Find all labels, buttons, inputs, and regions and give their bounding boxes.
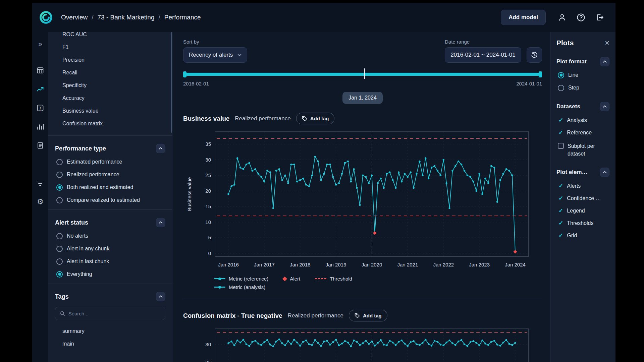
svg-text:Jan 2019: Jan 2019 <box>326 262 346 267</box>
report-icon[interactable] <box>34 139 46 152</box>
settings-gear-icon[interactable]: ⚙ <box>34 196 46 208</box>
svg-text:Jan 2023: Jan 2023 <box>469 262 490 267</box>
breadcrumb-performance: Performance <box>164 14 201 21</box>
section-title: Confusion matrix - True negative <box>183 312 282 319</box>
metric-item-business-value[interactable]: Business value <box>62 105 165 117</box>
dashed-line-icon <box>315 278 326 279</box>
slider-handle-end[interactable] <box>539 71 542 77</box>
collapse-alert-status-button[interactable] <box>156 218 165 227</box>
filter-icon[interactable] <box>34 178 46 190</box>
check-analysis[interactable]: ✓ Analysis <box>556 117 609 124</box>
radio-step-format[interactable]: Step <box>556 84 609 92</box>
slider-handle-start[interactable] <box>183 71 186 77</box>
plot-elements-section: Plot elements ✓ Alerts ✓ Confidence band… <box>556 168 609 239</box>
radio-realized-performance[interactable]: Realized performance <box>55 171 165 179</box>
radio-no-alerts[interactable]: No alerts <box>55 232 165 240</box>
svg-text:25: 25 <box>205 359 211 362</box>
alert-status-title: Alert status <box>55 219 88 226</box>
performance-chart-icon[interactable] <box>34 83 46 95</box>
check-legend[interactable]: ✓ Legend <box>556 207 609 214</box>
table-icon[interactable] <box>34 64 46 76</box>
user-account-icon[interactable] <box>555 10 569 24</box>
radio-label: Both realized and estimated <box>67 184 133 190</box>
date-range-input[interactable]: 2016-02-01 ~ 2024-01-01 <box>445 47 521 63</box>
metric-analysis-series[interactable] <box>371 339 516 347</box>
sidebar-scrollbar[interactable] <box>171 32 172 133</box>
radio-everything[interactable]: Everything <box>55 270 165 278</box>
tag-search-input[interactable] <box>68 311 160 316</box>
check-confidence-bands[interactable]: ✓ Confidence bands <box>556 195 609 202</box>
radio-both-realized-estimated[interactable]: Both realized and estimated <box>55 183 165 191</box>
radio-label: Alert in last chunk <box>67 258 109 264</box>
check-reference[interactable]: ✓ Reference <box>556 129 609 136</box>
radio-label: Compare realized to estimated <box>67 197 140 203</box>
app-logo-icon[interactable] <box>38 10 54 25</box>
checkbox-label: Subplot per dataset <box>568 142 605 158</box>
radio-circle <box>558 85 564 91</box>
date-range-slider[interactable] <box>183 71 542 77</box>
chevron-down-icon <box>237 54 241 56</box>
slider-position-marker[interactable] <box>364 68 365 79</box>
confusion-matrix-chart[interactable]: 051015202530Jan 2016Jan 2017Jan 2018Jan … <box>183 324 539 362</box>
radio-compare-realized-estimated[interactable]: Compare realized to estimated <box>55 196 165 204</box>
metric-item-roc-auc[interactable]: ROC AUC <box>62 32 165 41</box>
legend-metric-reference[interactable]: Metric (reference) <box>214 276 268 282</box>
expand-sidebar-icon[interactable]: » <box>34 38 46 50</box>
section-subtitle: Realized performance <box>288 312 343 319</box>
metric-item-specificity[interactable]: Specificity <box>62 79 165 92</box>
line-marker-icon <box>214 287 225 288</box>
plots-settings-panel: Plots × Plot format Line Step <box>550 32 615 362</box>
check-alerts[interactable]: ✓ Alerts <box>556 182 609 189</box>
breadcrumb-model[interactable]: 73 - Bank Marketing <box>97 14 154 21</box>
date-range-value: 2016-02-01 ~ 2024-01-01 <box>450 52 515 58</box>
add-model-button[interactable]: Add model <box>501 10 546 25</box>
radio-circle <box>56 271 63 278</box>
business-value-chart[interactable]: 05101520253035Jan 2016Jan 2017Jan 2018Ja… <box>183 127 539 273</box>
checkbox-subplot-per-dataset[interactable]: Subplot per dataset <box>556 142 609 158</box>
metric-item-precision[interactable]: Precision <box>62 54 165 66</box>
section-subtitle: Realized performance <box>235 115 290 122</box>
radio-estimated-performance[interactable]: Estimated performance <box>55 158 165 166</box>
function-icon[interactable]: f <box>34 102 46 114</box>
collapse-datasets-button[interactable] <box>600 102 609 111</box>
datasets-title: Datasets <box>556 103 580 110</box>
tag-search-box[interactable] <box>55 307 165 320</box>
add-tag-label: Add tag <box>363 313 382 318</box>
slider-track[interactable] <box>183 73 542 76</box>
collapse-performance-type-button[interactable] <box>156 144 165 153</box>
check-thresholds[interactable]: ✓ Thresholds <box>556 220 609 227</box>
metric-item-confusion-matrix[interactable]: Confusion matrix <box>62 117 165 130</box>
metric-item-accuracy[interactable]: Accuracy <box>62 92 165 105</box>
collapse-plot-format-button[interactable] <box>600 57 609 66</box>
sort-by-select[interactable]: Recency of alerts <box>183 47 247 63</box>
breadcrumb-overview[interactable]: Overview <box>61 14 88 21</box>
tag-item-main[interactable]: main <box>62 338 165 350</box>
collapse-tags-button[interactable] <box>156 292 165 301</box>
reset-date-range-icon[interactable] <box>527 47 542 63</box>
metric-reference-series[interactable] <box>227 339 373 347</box>
datasets-section: Datasets ✓ Analysis ✓ Reference Subplot … <box>556 102 609 158</box>
collapse-plot-elements-button[interactable] <box>600 168 609 177</box>
radio-line-format[interactable]: Line <box>556 71 609 79</box>
legend-metric-analysis[interactable]: Metric (analysis) <box>214 284 265 290</box>
metric-reference-series[interactable] <box>227 156 373 209</box>
add-tag-button[interactable]: Add tag <box>349 310 387 321</box>
legend-alert[interactable]: Alert <box>283 276 300 282</box>
radio-circle <box>558 72 564 78</box>
svg-text:35: 35 <box>205 141 211 147</box>
tags-section: Tags summary main <box>48 287 172 352</box>
radio-alert-last-chunk[interactable]: Alert in last chunk <box>55 257 165 265</box>
bar-chart-icon[interactable] <box>34 121 46 133</box>
legend-threshold[interactable]: Threshold <box>315 276 352 282</box>
add-tag-button[interactable]: Add tag <box>296 113 335 124</box>
metric-item-recall[interactable]: Recall <box>62 66 165 79</box>
close-icon[interactable]: × <box>605 39 609 47</box>
check-grid[interactable]: ✓ Grid <box>556 232 609 239</box>
alert-markers[interactable] <box>373 231 517 254</box>
logout-icon[interactable] <box>593 10 607 24</box>
radio-alert-any-chunk[interactable]: Alert in any chunk <box>55 245 165 253</box>
metric-item-f1[interactable]: F1 <box>62 41 165 54</box>
tag-item-summary[interactable]: summary <box>62 325 165 338</box>
radio-label: Everything <box>67 271 92 277</box>
help-icon[interactable] <box>574 10 588 24</box>
